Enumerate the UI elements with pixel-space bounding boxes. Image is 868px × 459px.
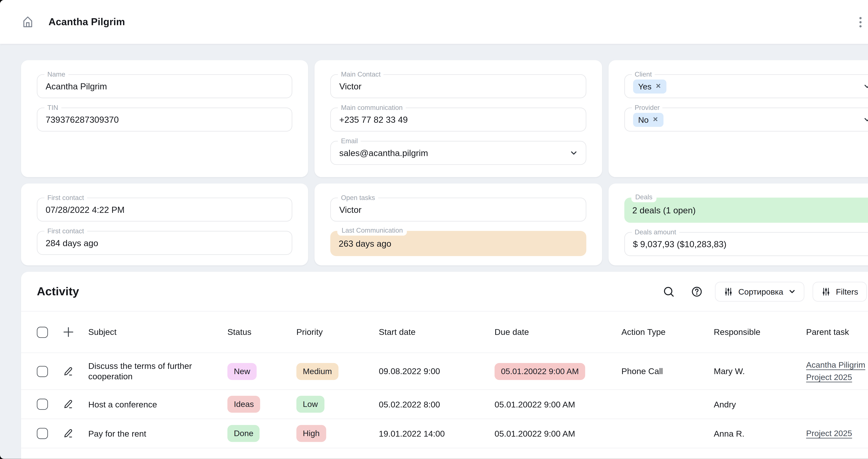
first-contact-ago-label: First contact: [44, 227, 87, 236]
last-communication-value: 263 days ago: [339, 239, 391, 248]
task-subject[interactable]: Discuss the terms of further cooperation: [88, 361, 227, 382]
name-value: Acantha Pilgrim: [45, 81, 107, 91]
parent-task-link[interactable]: Project 2025: [806, 427, 852, 440]
priority-badge[interactable]: High: [296, 425, 326, 442]
edit-task-button[interactable]: [62, 366, 73, 377]
client-select[interactable]: Client Yes ✕: [624, 74, 868, 98]
name-field[interactable]: Name Acantha Pilgrim: [37, 74, 292, 98]
header-more-button[interactable]: [859, 17, 862, 27]
summary-cards-row-2: First contact 07/28/2022 4:22 PM First c…: [21, 183, 868, 265]
sort-button-label: Сортировка: [738, 287, 783, 296]
provider-chip[interactable]: No ✕: [633, 113, 663, 127]
col-parent-task: Parent task: [806, 328, 868, 337]
name-label: Name: [44, 70, 68, 79]
col-due-date: Due date: [495, 328, 621, 337]
help-button[interactable]: [687, 281, 707, 301]
provider-select[interactable]: Provider No ✕: [624, 108, 868, 131]
due-date-badge: 05.01.20022 9:00 AM: [495, 363, 585, 380]
pencil-icon: [62, 366, 73, 377]
first-contact-date-label: First contact: [44, 193, 87, 203]
tin-value: 739376287309370: [45, 115, 119, 124]
due-date: 05.01.20022 9:00 AM: [495, 400, 621, 409]
table-row: Pay for the rent Done High 19.01.2022 14…: [21, 419, 868, 448]
parent-task-cell: Acantha Piligrim Project 2025: [806, 359, 868, 384]
main-communication-value: +235 77 82 33 49: [339, 115, 408, 124]
tasks-card: Open tasks Victor Last Communication 263…: [315, 183, 602, 265]
parent-task-link[interactable]: Project 2025: [806, 371, 852, 384]
row-checkbox[interactable]: [37, 428, 48, 439]
col-responsible: Responsible: [714, 328, 806, 337]
priority-badge[interactable]: Low: [296, 396, 324, 413]
sort-button[interactable]: Сортировка: [715, 281, 804, 301]
kebab-menu-icon: [859, 17, 862, 27]
edit-task-button[interactable]: [62, 399, 73, 410]
task-subject[interactable]: Pay for the rent: [88, 428, 227, 439]
filters-button[interactable]: Filters: [812, 281, 867, 301]
open-tasks-field[interactable]: Open tasks Victor: [331, 197, 586, 221]
home-icon: [21, 15, 34, 29]
deals-summary-field[interactable]: Deals 2 deals (1 open): [624, 197, 868, 223]
main-communication-field[interactable]: Main communication +235 77 82 33 49: [331, 108, 586, 131]
chevron-down-icon: [788, 288, 796, 295]
open-tasks-label: Open tasks: [338, 193, 378, 203]
open-tasks-value: Victor: [339, 205, 362, 215]
deals-amount-label: Deals amount: [632, 228, 679, 237]
page-title: Acantha Pilgrim: [49, 16, 125, 28]
client-chip[interactable]: Yes ✕: [633, 79, 666, 93]
top-bar: Acantha Pilgrim M: [0, 0, 868, 44]
close-icon[interactable]: ✕: [653, 116, 658, 123]
responsible: Mary W.: [714, 366, 806, 376]
col-priority: Priority: [296, 328, 379, 337]
client-label: Client: [632, 70, 655, 79]
add-task-button[interactable]: [62, 326, 74, 338]
deals-amount-value: $ 9,037,93 ($10,283,83): [633, 239, 726, 249]
parent-task-link[interactable]: Acantha Piligrim: [806, 359, 865, 371]
row-checkbox[interactable]: [37, 366, 48, 377]
task-subject[interactable]: Host a conference: [88, 399, 227, 409]
last-communication-field[interactable]: Last Communication 263 days ago: [331, 231, 586, 256]
select-all-checkbox[interactable]: [37, 327, 48, 338]
home-button[interactable]: [21, 15, 34, 29]
main-contact-field[interactable]: Main Contact Victor: [331, 74, 586, 98]
first-contact-date-value: 07/28/2022 4:22 PM: [45, 205, 125, 215]
client-chip-label: Yes: [638, 82, 652, 91]
summary-cards-row-1: Name Acantha Pilgrim TIN 739376287309370…: [21, 60, 868, 177]
col-action-type: Action Type: [621, 328, 714, 337]
first-contact-card: First contact 07/28/2022 4:22 PM First c…: [21, 183, 308, 265]
table-header: Subject Status Priority Start date Due d…: [21, 312, 868, 353]
edit-task-button[interactable]: [62, 428, 73, 439]
priority-badge[interactable]: Medium: [296, 363, 338, 380]
tin-field[interactable]: TIN 739376287309370: [37, 108, 292, 131]
search-icon: [663, 285, 675, 297]
table-row: Host a conference Ideas Low 05.02.2022 8…: [21, 390, 868, 419]
status-badge[interactable]: Ideas: [227, 396, 260, 413]
first-contact-ago-field[interactable]: First contact 284 days ago: [37, 231, 292, 255]
status-badge[interactable]: New: [227, 363, 256, 380]
row-checkbox[interactable]: [37, 399, 48, 410]
last-communication-label: Last Communication: [338, 226, 407, 236]
search-button[interactable]: [659, 281, 679, 301]
responsible: Andry: [714, 400, 806, 409]
col-status: Status: [227, 328, 296, 337]
close-icon[interactable]: ✕: [655, 83, 661, 90]
deals-amount-field[interactable]: Deals amount $ 9,037,93 ($10,283,83): [624, 232, 868, 256]
col-start-date: Start date: [379, 328, 495, 337]
identity-card: Name Acantha Pilgrim TIN 739376287309370: [21, 60, 308, 177]
tin-label: TIN: [44, 103, 61, 112]
first-contact-date-field[interactable]: First contact 07/28/2022 4:22 PM: [37, 197, 292, 221]
chevron-down-icon[interactable]: [864, 83, 868, 90]
activity-title: Activity: [37, 285, 79, 298]
first-contact-ago-value: 284 days ago: [45, 238, 98, 248]
chevron-down-icon[interactable]: [864, 116, 868, 123]
crm-app: Acantha Pilgrim M Name Acantha Pilgrim: [0, 0, 868, 459]
deals-card: Deals 2 deals (1 open) Deals amount $ 9,…: [608, 183, 868, 265]
email-value: sales@acantha.pilgrim: [339, 148, 428, 158]
pencil-icon: [62, 399, 73, 410]
contact-card: Main Contact Victor Main communication +…: [315, 60, 602, 177]
chevron-down-icon[interactable]: [570, 149, 578, 157]
content: Name Acantha Pilgrim TIN 739376287309370…: [0, 44, 868, 459]
table-row: Discuss the terms of further cooperation…: [21, 353, 868, 390]
help-icon: [691, 285, 703, 297]
email-select[interactable]: Email sales@acantha.pilgrim: [331, 141, 586, 165]
status-badge[interactable]: Done: [227, 425, 260, 442]
